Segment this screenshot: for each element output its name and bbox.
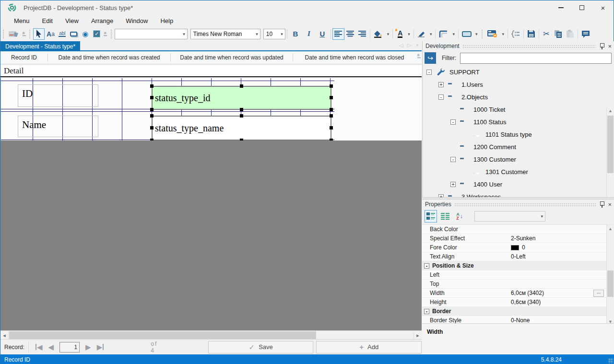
- fill-color-dropdown-icon[interactable]: ▾: [385, 28, 391, 40]
- radio-button-tool[interactable]: ◉: [80, 28, 91, 40]
- menu-item-menu[interactable]: Menu: [14, 17, 30, 24]
- tab-scroll-right-icon[interactable]: ▷: [407, 42, 411, 48]
- menu-item-help[interactable]: Help: [160, 17, 173, 24]
- toolbar-grip[interactable]: [2, 29, 5, 39]
- tab-scroll-left-icon[interactable]: ◁: [399, 42, 403, 48]
- shape-tool-button[interactable]: [460, 28, 473, 40]
- font-color-button[interactable]: A: [394, 28, 406, 40]
- tree-item-1100-status[interactable]: - 1100 Status: [423, 116, 614, 128]
- column-header-record-id[interactable]: Record ID: [0, 53, 48, 62]
- scroll-right-icon[interactable]: ▸: [413, 331, 422, 339]
- property-row-left[interactable]: Left: [422, 270, 614, 280]
- textbox-tool[interactable]: abl: [57, 28, 68, 40]
- collapse-icon[interactable]: -: [450, 157, 456, 162]
- font-size-combobox[interactable]: 10▾: [263, 29, 285, 39]
- pin-icon[interactable]: [600, 43, 604, 49]
- tree-item-1000-ticket[interactable]: 1000 Ticket: [423, 103, 614, 116]
- shape-tool-dropdown-icon[interactable]: ▾: [473, 28, 480, 40]
- close-button[interactable]: ×: [592, 0, 614, 15]
- line-color-dropdown-icon[interactable]: ▾: [428, 28, 434, 40]
- sort-az-button[interactable]: AZ↓: [453, 210, 466, 223]
- panel-close-icon[interactable]: ×: [608, 201, 612, 208]
- comment-button[interactable]: [579, 28, 592, 40]
- tree-item-objects[interactable]: - 2.Objects: [423, 91, 614, 103]
- resize-grip[interactable]: [608, 358, 613, 363]
- previous-record-button[interactable]: ◀: [48, 343, 54, 352]
- columns-overflow-icon[interactable]: «: [416, 54, 422, 64]
- horizontal-scrollbar[interactable]: ◂ ▸: [0, 330, 422, 339]
- label-tool[interactable]: Aa: [45, 28, 57, 40]
- property-category-position-size[interactable]: - Position & Size: [422, 261, 614, 270]
- title-bar[interactable]: ProjectDB - Development - Status type* ×: [0, 0, 614, 15]
- menu-item-view[interactable]: View: [65, 17, 79, 24]
- fill-color-button[interactable]: [372, 28, 385, 40]
- development-panel-header[interactable]: Development ×: [423, 41, 614, 51]
- collapse-icon[interactable]: -: [438, 94, 444, 100]
- id-label-control[interactable]: ID: [18, 84, 98, 107]
- add-record-button[interactable]: + Add: [316, 341, 422, 353]
- properties-scrollbar[interactable]: ▲ ▼: [606, 225, 614, 325]
- menu-item-window[interactable]: Window: [126, 17, 148, 24]
- cut-button[interactable]: ✂: [541, 28, 552, 40]
- status-type-id-textbox[interactable]: status_type_id: [152, 86, 331, 110]
- tree-item-1301-customer[interactable]: 1301 Customer: [423, 165, 614, 178]
- properties-panel-header[interactable]: Properties ×: [422, 200, 614, 209]
- toolbar-overflow-icon[interactable]: «: [21, 32, 27, 36]
- scrollbar-thumb[interactable]: [9, 331, 316, 339]
- alphabetical-view-button[interactable]: [439, 210, 451, 223]
- column-header-closed[interactable]: Date and time when record was closed: [293, 53, 416, 62]
- scroll-left-icon[interactable]: ◂: [0, 331, 9, 339]
- border-style-button[interactable]: [437, 28, 450, 40]
- font-color-dropdown-icon[interactable]: ▾: [406, 28, 412, 40]
- filter-input[interactable]: [460, 53, 612, 64]
- button-tool[interactable]: [68, 28, 80, 40]
- expand-icon[interactable]: +: [438, 82, 444, 87]
- column-header-created[interactable]: Date and time when record was created: [48, 53, 171, 62]
- style-combobox[interactable]: ▾: [115, 29, 188, 39]
- property-row-height[interactable]: Height0,6см (340): [422, 298, 614, 307]
- property-row-back-color[interactable]: Back Color: [422, 225, 614, 234]
- font-name-combobox[interactable]: Times New Roman▾: [190, 29, 260, 39]
- name-label-control[interactable]: Name: [18, 116, 98, 137]
- tree-item-support[interactable]: - SUPPORT: [423, 66, 614, 78]
- bold-button[interactable]: B: [289, 28, 302, 40]
- tab-development-status-type[interactable]: Development - Status type*: [0, 41, 80, 51]
- italic-button[interactable]: I: [302, 28, 316, 40]
- first-record-button[interactable]: ◀: [35, 343, 43, 352]
- collapse-icon[interactable]: -: [424, 309, 429, 314]
- next-record-button[interactable]: ▶: [85, 343, 91, 352]
- toolbar-grip[interactable]: [481, 29, 484, 39]
- object-selector-combobox[interactable]: ▾: [474, 211, 545, 222]
- line-color-button[interactable]: [415, 28, 428, 40]
- select-pointer-tool[interactable]: [33, 28, 45, 40]
- outline-view-button[interactable]: [509, 28, 522, 40]
- save-button[interactable]: [525, 28, 537, 40]
- categorized-view-button[interactable]: [425, 210, 437, 223]
- tools-overflow-icon[interactable]: «: [103, 32, 108, 36]
- panel-close-icon[interactable]: ×: [608, 43, 612, 50]
- menu-item-arrange[interactable]: Arrange: [91, 17, 113, 24]
- scrollbar-thumb[interactable]: [607, 270, 614, 297]
- toolbar-grip[interactable]: [29, 29, 31, 39]
- tree-item-users[interactable]: + 1.Users: [423, 78, 614, 91]
- property-row-width[interactable]: Width6,0см (3402) ...: [422, 289, 614, 298]
- menu-item-edit[interactable]: Edit: [42, 17, 53, 24]
- tree-item-1400-user[interactable]: + 1400 User: [423, 178, 614, 190]
- pin-icon[interactable]: [600, 201, 604, 208]
- toolbar-grip[interactable]: [110, 29, 113, 39]
- property-row-fore-color[interactable]: Fore Color 0: [422, 243, 614, 252]
- align-center-button[interactable]: [344, 28, 356, 40]
- form-properties-dropdown-icon[interactable]: ▾: [500, 28, 506, 40]
- scroll-up-icon[interactable]: ▲: [607, 107, 614, 114]
- checkbox-tool[interactable]: ✓: [91, 28, 103, 40]
- collapse-icon[interactable]: -: [424, 263, 429, 269]
- copy-button[interactable]: [552, 28, 564, 40]
- form-manager-button[interactable]: [7, 28, 21, 40]
- scroll-up-icon[interactable]: ▲: [607, 225, 614, 232]
- scrollbar-thumb[interactable]: [607, 116, 614, 173]
- last-record-button[interactable]: ▶: [97, 343, 104, 352]
- ellipsis-button[interactable]: ...: [593, 290, 604, 297]
- property-row-top[interactable]: Top: [422, 280, 614, 289]
- tree-item-1101-status-type[interactable]: 1101 Status type: [423, 128, 614, 141]
- collapse-icon[interactable]: -: [450, 119, 456, 125]
